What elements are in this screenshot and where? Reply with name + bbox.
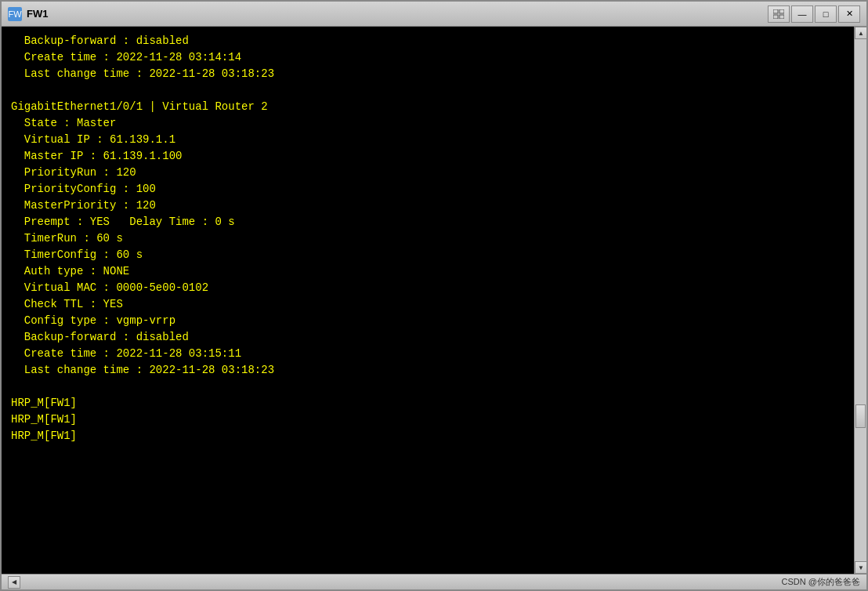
title-bar-left: FW FW1	[8, 7, 48, 21]
svg-text:FW: FW	[8, 9, 22, 19]
terminal-output[interactable]: Backup-forward : disabled Create time : …	[2, 27, 854, 574]
scroll-thumb[interactable]	[855, 404, 866, 428]
title-bar: FW FW1 — □ ✕	[2, 2, 866, 27]
scroll-left-arrow[interactable]: ◀	[8, 576, 20, 589]
bottom-right-label: CSDN @你的爸爸爸	[782, 576, 860, 588]
svg-rect-5	[779, 15, 784, 19]
svg-rect-3	[779, 9, 784, 13]
vertical-scrollbar[interactable]: ▲ ▼	[854, 27, 866, 574]
title-bar-controls: — □ ✕	[768, 5, 860, 23]
scroll-down-arrow[interactable]: ▼	[855, 561, 866, 574]
main-window: FW FW1 — □ ✕ Backup-forward : disabled	[0, 0, 868, 591]
close-button[interactable]: ✕	[838, 5, 860, 23]
maximize-button[interactable]: □	[815, 5, 837, 23]
svg-rect-2	[773, 9, 778, 13]
scroll-up-arrow[interactable]: ▲	[855, 27, 866, 39]
terminal-text: Backup-forward : disabled Create time : …	[11, 33, 844, 444]
scroll-track[interactable]	[855, 39, 866, 561]
minimize-button[interactable]: —	[791, 5, 813, 23]
bottom-bar: ◀ CSDN @你的爸爸爸	[2, 574, 866, 589]
app-icon: FW	[8, 7, 22, 21]
content-area: Backup-forward : disabled Create time : …	[2, 27, 866, 574]
window-title: FW1	[27, 8, 48, 20]
corner-menu-button[interactable]	[768, 5, 790, 23]
horizontal-scroll-controls: ◀	[8, 576, 20, 589]
svg-rect-4	[773, 15, 778, 19]
